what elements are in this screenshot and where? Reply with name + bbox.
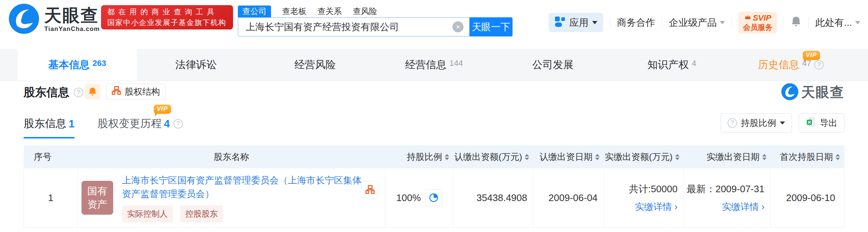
divider <box>610 17 610 28</box>
holding-ratio-label: 持股比例 <box>741 117 776 129</box>
col-header-subscribed-date[interactable]: 认缴出资日期 <box>534 145 604 168</box>
help-icon: ? <box>728 118 737 128</box>
subtab-label: 股东信息 <box>24 116 66 131</box>
apps-label: 应用 <box>569 16 588 29</box>
col-header-holding-ratio[interactable]: 持股比例 <box>385 145 454 168</box>
tab-label: 基本信息 <box>48 58 90 72</box>
export-button[interactable]: 导出 <box>799 113 844 133</box>
equity-structure-button[interactable]: 股权结构 <box>106 84 166 100</box>
bell-icon <box>88 87 97 96</box>
sort-icon[interactable] <box>675 154 680 160</box>
actual-controller-tag: 实际控制人 <box>122 205 173 222</box>
subtab-equity-change-history[interactable]: VIP 股权变更历程 4 ? <box>97 116 183 137</box>
sort-icon[interactable] <box>525 154 529 160</box>
search-submit-button[interactable]: 天眼一下 <box>469 17 513 36</box>
divider <box>732 17 732 28</box>
table-row: 1 国有资产 上海市长宁区国有资产监督管理委员会（上海市长宁区集体资产监督管理委… <box>24 168 844 228</box>
tab-intellectual-property[interactable]: 知识产权 4 <box>612 49 732 81</box>
org-chart-icon <box>365 185 375 194</box>
tab-history-info[interactable]: VIP 历史信息 47 ? <box>731 49 850 81</box>
org-chart-icon <box>112 86 121 98</box>
holding-ratio-value: 100% <box>396 192 421 204</box>
svip-member-service[interactable]: SVIP 会员服务 <box>739 12 777 34</box>
help-icon[interactable]: ? <box>814 60 824 70</box>
promo-line2: 国家中小企业发展子基金旗下机构 <box>107 18 227 28</box>
divider <box>808 17 809 28</box>
header-right-nav: 应用 商务合作 企业级产品 SVIP 会员服务 <box>549 12 860 33</box>
section-title: 股东信息 <box>24 85 69 100</box>
cell-subscribed-date: 2009-06-04 <box>534 168 604 227</box>
pie-chart-icon <box>429 193 438 203</box>
tab-count: 47 <box>802 59 811 68</box>
tab-operation-info[interactable]: 经营信息 144 <box>375 49 494 81</box>
tianyancha-logo[interactable]: 天眼查 TianYanCha.com <box>9 4 100 35</box>
clear-icon[interactable]: × <box>452 21 463 32</box>
holding-ratio-dropdown[interactable]: ? 持股比例 <box>721 113 792 133</box>
more-menu[interactable]: 此处有... <box>815 16 860 29</box>
tab-label: 知识产权 <box>647 58 689 72</box>
tab-basic-info[interactable]: 基本信息 263 <box>18 49 137 81</box>
apps-menu[interactable]: 应用 <box>549 13 603 32</box>
cell-shareholder-name: 国有资产 上海市长宁区国有资产监督管理委员会（上海市长宁区集体资产监督管理委员会… <box>78 168 385 227</box>
excel-icon <box>806 117 816 129</box>
business-cooperation-link[interactable]: 商务合作 <box>617 16 655 29</box>
search-input-row: × 天眼一下 <box>238 17 513 36</box>
sort-icon[interactable] <box>445 154 449 160</box>
col-header-first-holding-date[interactable]: 首次持股日期 <box>771 145 844 168</box>
search-input-box: × <box>238 17 469 36</box>
subtab-count: 1 <box>69 118 74 130</box>
subtab-label: 股权变更历程 <box>97 116 162 131</box>
search-area: 查公司 查老板 查关系 查风险 × 天眼一下 <box>238 6 513 36</box>
enterprise-products-menu[interactable]: 企业级产品 <box>669 16 725 29</box>
chevron-down-icon <box>592 21 597 24</box>
tab-label: 经营风险 <box>294 58 336 72</box>
apps-grid-icon <box>555 16 566 29</box>
search-tab-risk[interactable]: 查风险 <box>353 6 377 17</box>
help-icon[interactable]: ? <box>173 119 183 129</box>
more-label: 此处有... <box>815 16 852 29</box>
cell-index: 1 <box>24 168 78 227</box>
tianyancha-logo-icon <box>9 4 39 35</box>
tab-count: 144 <box>449 59 463 68</box>
pie-chart-button[interactable] <box>425 189 442 206</box>
sort-icon[interactable] <box>836 154 840 160</box>
tab-operation-risk[interactable]: 经营风险 <box>256 49 375 81</box>
sort-icon[interactable] <box>595 154 600 160</box>
col-header-subscribed-amount[interactable]: 认缴出资额(万元) <box>454 145 534 168</box>
chevron-down-icon <box>720 21 725 24</box>
paid-detail-link[interactable]: 实缴详情 › <box>722 201 764 213</box>
monitor-bell-button[interactable] <box>85 84 100 99</box>
section-header: 股东信息 ? <box>24 85 83 100</box>
equity-structure-row-button[interactable] <box>361 181 379 198</box>
equity-structure-label: 股权结构 <box>125 86 160 98</box>
tab-legal-litigation[interactable]: 法律诉讼 <box>137 49 256 81</box>
search-input[interactable] <box>246 21 452 33</box>
enterprise-products-label: 企业级产品 <box>669 16 717 29</box>
help-icon[interactable]: ? <box>74 88 83 97</box>
col-header-paid-date[interactable]: 实缴出资日期 <box>684 145 771 168</box>
table-toolbar: ? 持股比例 导出 <box>721 113 844 133</box>
shareholder-table: 序号 股东名称 持股比例 认缴出资额(万元) 认缴出资日期 实缴出资额(万元) … <box>24 145 844 228</box>
cell-paid-amount: 共计:50000 实缴详情 › <box>604 168 684 227</box>
tab-label: 公司发展 <box>532 58 574 72</box>
sort-icon[interactable] <box>762 154 767 160</box>
search-tab-relation[interactable]: 查关系 <box>317 6 342 17</box>
paid-date-latest: 最新：2009-07-31 <box>687 183 764 196</box>
tab-company-development[interactable]: 公司发展 <box>493 49 612 81</box>
search-tab-boss[interactable]: 查老板 <box>282 6 306 17</box>
notification-bell-icon[interactable] <box>791 16 802 29</box>
tab-label: 经营信息 <box>405 58 447 72</box>
subtab-shareholder-info[interactable]: 股东信息 1 <box>24 116 74 138</box>
logo-domain: TianYanCha.com <box>44 25 100 33</box>
col-header-index: 序号 <box>24 145 77 168</box>
col-header-paid-amount[interactable]: 实缴出资额(万元) <box>604 145 684 168</box>
cell-paid-date: 最新：2009-07-31 实缴详情 › <box>684 168 771 227</box>
watermark-logo: 天眼查 <box>781 83 844 102</box>
chevron-down-icon <box>780 122 785 124</box>
shareholder-name-link[interactable]: 上海市长宁区国有资产监督管理委员会（上海市长宁区集体资产监督管理委员会） <box>122 173 365 201</box>
paid-detail-link[interactable]: 实缴详情 › <box>635 201 677 213</box>
search-tab-company[interactable]: 查公司 <box>238 6 271 17</box>
export-label: 导出 <box>820 117 837 129</box>
shareholder-subtabs: 股东信息 1 VIP 股权变更历程 4 ? <box>24 116 183 138</box>
controlling-shareholder-tag: 控股股东 <box>180 205 223 222</box>
